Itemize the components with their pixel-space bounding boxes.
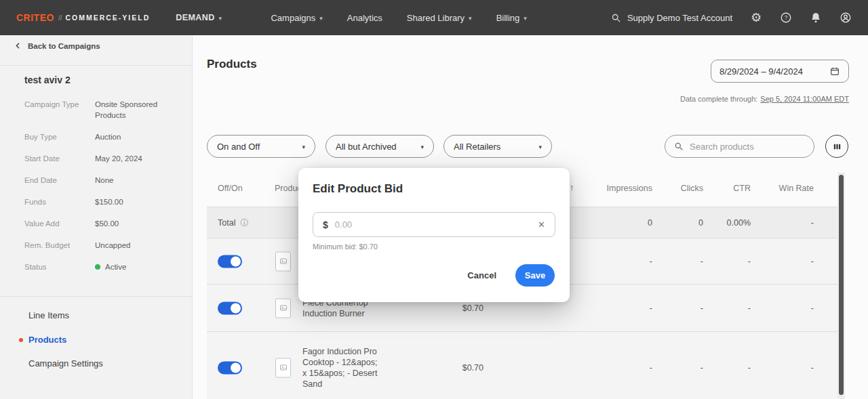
top-nav-bar: CRITEO // COMMERCE-YIELD DEMAND ▾ Campai… <box>0 0 868 35</box>
column-header-off-on[interactable]: Off/On <box>218 184 243 193</box>
total-clicks: 0 <box>661 218 703 228</box>
back-to-campaigns-link[interactable]: Back to Campaigns <box>14 41 100 50</box>
cancel-button[interactable]: Cancel <box>467 270 496 280</box>
minimum-bid-note: Minimum bid: $0.70 <box>313 243 378 251</box>
broken-image-icon <box>279 257 288 266</box>
toggle-knob <box>231 362 241 373</box>
status-value: Active <box>95 261 182 272</box>
search-icon <box>611 13 621 23</box>
clear-input-icon[interactable]: ✕ <box>538 220 545 229</box>
data-complete-prefix: Data complete through: <box>680 95 757 103</box>
column-header-impressions[interactable]: Impressions <box>590 184 652 193</box>
date-range-value: 8/29/2024 – 9/4/2024 <box>719 66 803 77</box>
filter-archived-dropdown[interactable]: All but Archived ▾ <box>326 135 434 158</box>
search-icon <box>674 142 684 151</box>
nav-demand-dropdown[interactable]: DEMAND ▾ <box>176 13 222 22</box>
sidebar-item-products[interactable]: Products <box>28 335 66 345</box>
bid-amount-input[interactable] <box>335 219 531 230</box>
search-products-input[interactable] <box>690 142 805 152</box>
detail-value: None <box>95 175 182 186</box>
sidebar-item-campaign-settings[interactable]: Campaign Settings <box>28 358 103 369</box>
modal-actions: Cancel Save <box>467 264 555 287</box>
toggle-cell <box>218 255 242 268</box>
filter-on-off-dropdown[interactable]: On and Off ▾ <box>207 135 315 158</box>
clicks-value: - <box>661 363 703 373</box>
app-screen: CRITEO // COMMERCE-YIELD DEMAND ▾ Campai… <box>0 0 868 399</box>
column-header-win-rate[interactable]: Win Rate <box>766 184 814 193</box>
detail-status: Status Active <box>24 261 182 272</box>
criteo-logo[interactable]: CRITEO // COMMERCE-YIELD <box>16 12 150 23</box>
detail-end-date: End Date None <box>24 175 182 186</box>
active-status-dot <box>95 264 100 270</box>
help-icon[interactable]: ? <box>780 12 792 24</box>
product-image <box>275 298 291 318</box>
total-label: Total ⓘ <box>218 217 248 228</box>
settings-gear-icon[interactable]: ⚙ <box>750 12 762 24</box>
product-image <box>275 358 291 377</box>
nav-analytics-label: Analytics <box>347 13 382 23</box>
page-title: Products <box>207 58 257 71</box>
impressions-value: - <box>590 363 652 373</box>
detail-campaign-type: Campaign Type Onsite Sponsored Products <box>24 99 182 121</box>
caret-down-icon: ▾ <box>319 15 323 22</box>
total-text: Total <box>218 218 235 228</box>
sidebar-item-label: Line Items <box>28 310 69 320</box>
win-rate-value: - <box>766 303 814 313</box>
nav-demand-label: DEMAND <box>176 13 214 22</box>
modal-title: Edit Product Bid <box>313 182 403 196</box>
sort-ascending-icon[interactable]: ↑ <box>570 182 574 192</box>
campaign-name: test aviv 2 <box>24 75 71 85</box>
sidebar-item-line-items[interactable]: Line Items <box>28 310 69 320</box>
detail-label: Start Date <box>24 153 95 164</box>
detail-label: Status <box>24 261 95 272</box>
ctr-value: - <box>715 363 751 373</box>
currency-dollar-prefix: $ <box>323 219 328 230</box>
ctr-value: - <box>715 257 751 266</box>
nav-analytics[interactable]: Analytics <box>347 13 382 23</box>
caret-down-icon: ▾ <box>219 15 222 22</box>
detail-value: Auction <box>95 131 182 142</box>
filter-value: On and Off <box>217 142 260 152</box>
detail-value: $150.00 <box>95 196 182 207</box>
info-icon[interactable]: ⓘ <box>240 217 248 228</box>
calendar-icon <box>829 66 840 77</box>
product-on-off-toggle[interactable] <box>218 301 242 314</box>
image-cell <box>275 358 291 377</box>
active-item-bullet <box>19 338 23 342</box>
column-header-clicks[interactable]: Clicks <box>661 184 703 193</box>
nav-campaigns[interactable]: Campaigns ▾ <box>271 13 322 23</box>
nav-billing[interactable]: Billing ▾ <box>496 13 527 23</box>
product-image <box>275 251 291 271</box>
nav-shared-library[interactable]: Shared Library ▾ <box>407 13 472 23</box>
win-rate-value: - <box>766 363 814 373</box>
total-win-rate: - <box>766 218 814 228</box>
product-bid[interactable]: $0.70 <box>420 363 484 373</box>
product-on-off-toggle[interactable] <box>218 361 242 374</box>
caret-down-icon: ▾ <box>469 15 472 22</box>
nav-campaigns-label: Campaigns <box>271 13 315 23</box>
product-on-off-toggle[interactable] <box>218 255 242 268</box>
column-settings-button[interactable] <box>825 135 848 158</box>
save-button[interactable]: Save <box>515 264 555 287</box>
table-row: Fagor Induction Pro Cooktop - 12&apos; x… <box>207 332 841 399</box>
column-header-ctr[interactable]: CTR <box>715 184 751 193</box>
account-switcher[interactable]: Supply Demo Test Account <box>611 13 732 23</box>
topnav-right-controls: Supply Demo Test Account ⚙ ? <box>611 12 852 24</box>
date-range-picker[interactable]: 8/29/2024 – 9/4/2024 <box>711 60 849 83</box>
edit-product-bid-modal: Edit Product Bid $ ✕ Minimum bid: $0.70 … <box>298 168 570 302</box>
brand-separator: // <box>58 14 62 22</box>
data-complete-note: Data complete through:Sep 5, 2024 11:00A… <box>680 95 849 103</box>
detail-start-date: Start Date May 20, 2024 <box>24 153 182 164</box>
detail-label: End Date <box>24 175 95 186</box>
product-bid[interactable]: $0.70 <box>420 303 484 313</box>
notifications-bell-icon[interactable] <box>810 12 822 24</box>
scrollbar-thumb[interactable] <box>839 175 844 395</box>
detail-value: Onsite Sponsored Products <box>95 99 182 121</box>
sidebar-item-label: Campaign Settings <box>28 358 103 369</box>
product-search <box>665 135 814 158</box>
filter-retailers-dropdown[interactable]: All Retailers ▾ <box>443 135 552 158</box>
sidebar-divider <box>0 296 192 297</box>
data-complete-timestamp[interactable]: Sep 5, 2024 11:00AM EDT <box>760 95 849 103</box>
chevron-left-icon <box>14 41 22 50</box>
profile-icon[interactable] <box>840 12 852 24</box>
